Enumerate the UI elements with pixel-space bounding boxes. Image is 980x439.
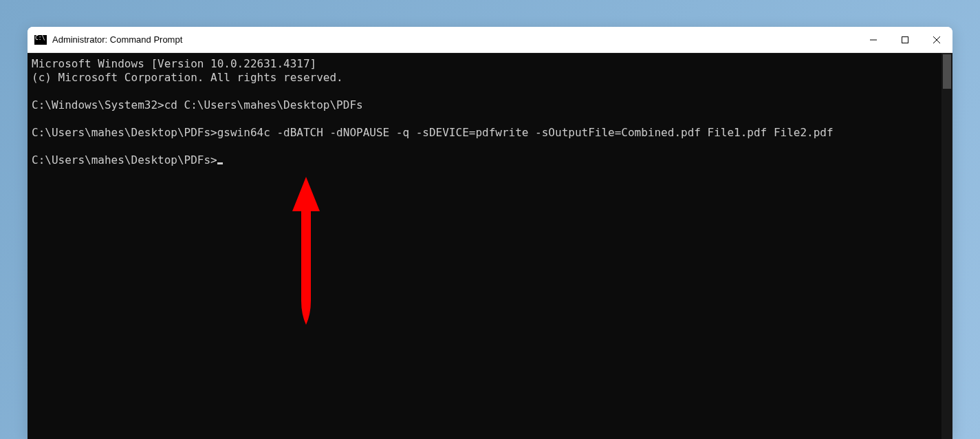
titlebar[interactable]: Administrator: Command Prompt: [28, 27, 952, 53]
output-line: Microsoft Windows [Version 10.0.22631.43…: [32, 57, 316, 70]
prompt: C:\Users\mahes\Desktop\PDFs>: [32, 153, 217, 167]
close-button[interactable]: [921, 27, 952, 52]
terminal-container: Microsoft Windows [Version 10.0.22631.43…: [28, 53, 952, 439]
prompt: C:\Windows\System32>: [32, 98, 164, 111]
scrollbar-track[interactable]: [941, 53, 952, 439]
prompt: C:\Users\mahes\Desktop\PDFs>: [32, 126, 217, 139]
maximize-button[interactable]: [889, 27, 921, 52]
command-text: gswin64c -dBATCH -dNOPAUSE -q -sDEVICE=p…: [217, 126, 834, 139]
window-controls: [858, 27, 952, 52]
text-cursor: [217, 162, 223, 164]
window-title: Administrator: Command Prompt: [52, 34, 858, 45]
command-prompt-window: Administrator: Command Prompt Microsoft …: [28, 27, 952, 439]
output-line: (c) Microsoft Corporation. All rights re…: [32, 71, 343, 84]
command-text: cd C:\Users\mahes\Desktop\PDFs: [164, 98, 363, 111]
cmd-icon: [34, 35, 47, 45]
scrollbar-thumb[interactable]: [943, 54, 951, 89]
minimize-button[interactable]: [858, 27, 889, 52]
svg-rect-1: [902, 36, 908, 43]
terminal-output[interactable]: Microsoft Windows [Version 10.0.22631.43…: [28, 53, 941, 439]
